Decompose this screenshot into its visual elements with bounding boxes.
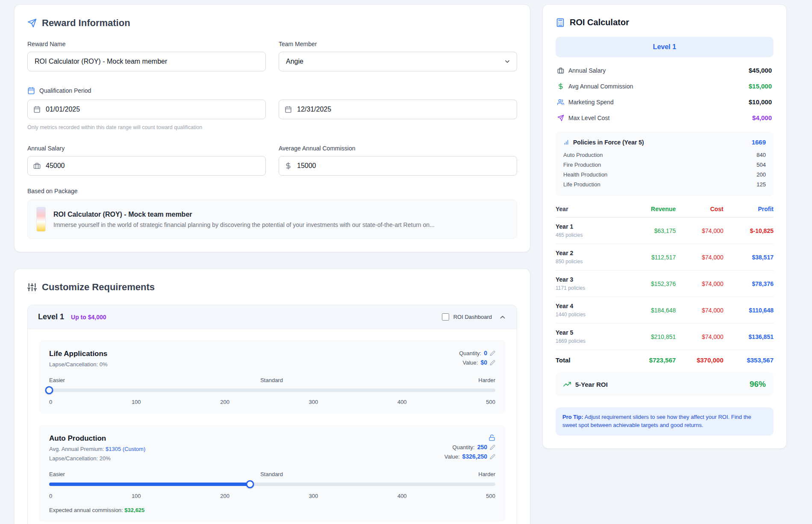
cost-cell: $74,000	[676, 333, 723, 340]
slider-scale-label: 300	[309, 493, 318, 499]
profit-cell: $38,517	[724, 254, 774, 261]
requirement-auto-production: Auto Production Avg. Annual Premium: $13…	[39, 425, 506, 522]
slider-scale-label: 400	[397, 399, 407, 405]
total-label: Total	[556, 356, 618, 364]
quantity-value: 0	[484, 350, 487, 356]
unlock-icon[interactable]	[488, 434, 495, 441]
package-thumbnail	[36, 207, 46, 232]
dollar-icon	[557, 83, 564, 90]
roi-calculator-card: ROI Calculator Level 1 Annual Salary $45…	[542, 4, 787, 449]
edit-quantity-icon[interactable]	[490, 350, 495, 356]
table-row: Year 5 1669 policies $210,851 $74,000 $1…	[556, 324, 774, 350]
calculator-icon	[556, 18, 565, 27]
value-value: $0	[480, 359, 487, 366]
five-year-roi-label: 5-Year ROI	[575, 381, 608, 388]
level-1-header[interactable]: Level 1 Up to $4,000 ROI Dashboard	[28, 305, 517, 329]
policies-count: 1440 policies	[556, 312, 618, 318]
slider-scale-label: 400	[397, 493, 407, 499]
requirement-name: Life Applications	[49, 350, 108, 358]
slider-scale-label: 500	[486, 399, 495, 405]
table-header-cost: Cost	[676, 206, 723, 212]
briefcase-icon	[33, 162, 41, 170]
reward-name-label: Reward Name	[27, 41, 266, 47]
lapse-cancellation-text: Lapse/Cancellation: 20%	[49, 455, 145, 462]
roi-calculator-title: ROI Calculator	[570, 18, 629, 27]
policies-count: 1171 policies	[556, 285, 618, 291]
total-revenue: $723,567	[618, 356, 676, 364]
slider-scale-label: 200	[220, 399, 229, 405]
revenue-cell: $210,851	[618, 333, 676, 340]
team-member-selected-value: Angie	[286, 58, 303, 65]
sliders-icon	[27, 283, 37, 292]
auto-production-slider[interactable]	[49, 483, 495, 486]
stat-avg-annual-commission: Avg Annual Commission $15,000	[556, 78, 774, 94]
stat-marketing-spend: Marketing Spend $10,000	[556, 94, 774, 110]
quantity-label: Quantity:	[453, 444, 475, 450]
premium-custom-link[interactable]: (Custom)	[123, 446, 145, 452]
year-label: Year 1	[556, 223, 618, 230]
slider-scale-label: 200	[220, 493, 229, 499]
policy-item: Fire Production 504	[563, 160, 766, 170]
profit-cell: $-10,825	[724, 227, 774, 234]
qualification-period-label: Qualification Period	[39, 87, 91, 94]
stat-value: $45,000	[749, 67, 772, 74]
customize-requirements-card: Customize Requirements Level 1 Up to $4,…	[14, 268, 530, 524]
expected-commission-text: Expected annual commission: $32,625	[49, 507, 495, 513]
roi-dashboard-checkbox[interactable]	[442, 313, 449, 321]
package-card[interactable]: ROI Calculator (ROY) - Mock team member …	[27, 200, 517, 239]
table-row: Year 1 465 policies $63,175 $74,000 $-10…	[556, 218, 774, 244]
team-member-label: Team Member	[279, 41, 517, 47]
table-total-row: Total $723,567 $370,000 $353,567	[556, 350, 774, 365]
pro-tip-text: Adjust requirement sliders to see how th…	[562, 414, 751, 428]
quantity-label: Quantity:	[459, 350, 481, 356]
avg-annual-premium-text: Avg. Annual Premium: $1305 (Custom)	[49, 446, 145, 452]
table-row: Year 3 1171 policies $152,376 $74,000 $7…	[556, 271, 774, 297]
slider-easier-label: Easier	[49, 471, 65, 477]
chevron-up-icon[interactable]	[499, 313, 506, 321]
stat-max-level-cost: Max Level Cost $4,000	[556, 110, 774, 126]
edit-value-icon[interactable]	[490, 454, 495, 459]
policy-item: Health Production 200	[563, 170, 766, 180]
slider-scale-label: 0	[49, 493, 52, 499]
premium-value: $1305	[106, 446, 121, 452]
year-label: Year 3	[556, 276, 618, 283]
start-date-input[interactable]	[27, 100, 266, 119]
policy-item: Auto Production 840	[563, 150, 766, 160]
annual-salary-input[interactable]	[27, 156, 266, 176]
edit-quantity-icon[interactable]	[490, 445, 495, 450]
policy-value: 200	[756, 171, 766, 178]
slider-harder-label: Harder	[478, 471, 495, 477]
premium-label: Avg. Annual Premium:	[49, 446, 104, 452]
slider-thumb[interactable]	[45, 386, 53, 394]
requirement-life-applications: Life Applications Lapse/Cancellation: 0%…	[39, 340, 506, 414]
end-date-input[interactable]	[279, 100, 517, 119]
level-1-panel: Level 1 Up to $4,000 ROI Dashboard Life …	[27, 305, 517, 524]
pro-tip-box: Pro Tip: Adjust requirement sliders to s…	[556, 407, 774, 436]
policies-in-force-panel: Policies in Force (Year 5) 1669 Auto Pro…	[556, 132, 774, 196]
value-label: Value:	[463, 359, 478, 366]
edit-value-icon[interactable]	[490, 360, 495, 365]
team-member-select[interactable]: Angie	[279, 52, 517, 71]
revenue-cell: $112,517	[618, 254, 676, 261]
policy-name: Auto Production	[563, 152, 603, 158]
revenue-cell: $152,376	[618, 280, 676, 287]
policy-value: 504	[756, 162, 766, 168]
stat-label: Annual Salary	[568, 67, 606, 74]
life-applications-slider[interactable]	[49, 389, 495, 392]
year-label: Year 5	[556, 329, 618, 336]
slider-standard-label: Standard	[260, 377, 283, 383]
policies-count: 850 policies	[556, 259, 618, 265]
pro-tip-lead: Pro Tip:	[562, 414, 583, 420]
slider-thumb[interactable]	[246, 480, 254, 489]
slider-scale-label: 0	[49, 399, 52, 405]
expected-commission-value: $32,625	[124, 507, 144, 513]
reward-name-input[interactable]	[27, 52, 266, 71]
five-year-roi-value: 96%	[750, 380, 766, 389]
roi-level-banner: Level 1	[556, 37, 774, 57]
policy-name: Life Production	[563, 181, 600, 188]
requirement-name: Auto Production	[49, 434, 145, 443]
cost-cell: $74,000	[676, 227, 723, 234]
average-annual-commission-input[interactable]	[279, 156, 517, 176]
profit-cell: $78,376	[724, 280, 774, 287]
policy-value: 840	[756, 152, 766, 158]
